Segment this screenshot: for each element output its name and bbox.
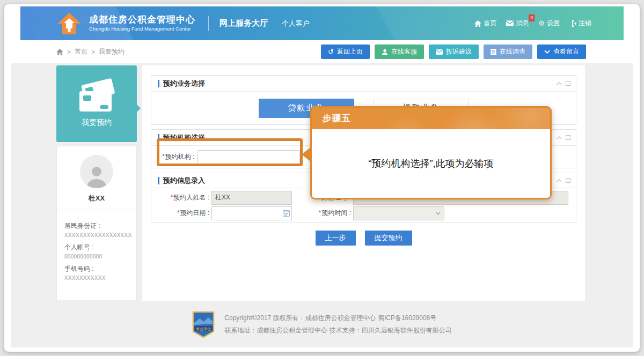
- window-icon[interactable]: [566, 178, 570, 183]
- required-marker: *: [319, 209, 321, 217]
- previous-step-button[interactable]: 上一步: [316, 231, 356, 246]
- user-menu: 首页 消息 3 ⚙ 设置 注销: [474, 19, 591, 28]
- collapse-icon[interactable]: [557, 136, 562, 139]
- required-marker: *: [177, 209, 180, 217]
- content-area: 我要预约 杜XX 居民身份证 : XXXXXXXXXXXXXXXXXX 个人帐号…: [11, 63, 633, 347]
- footer-badge-icon: 事业单位: [192, 311, 215, 338]
- panel-accent-bar: [158, 177, 159, 184]
- time-field-label: 预约时间 :: [321, 209, 351, 217]
- phone-value: XXXXXXXXXXX: [64, 275, 130, 281]
- date-field-label: 预约日期 :: [180, 209, 209, 217]
- footer: 事业单位 Copyright©2017 版权所有：成都住房公积金管理中心 蜀IC…: [11, 311, 633, 338]
- panel-title: 预约业务选择: [163, 79, 557, 88]
- panel-accent-bar: [158, 80, 159, 87]
- survey-button[interactable]: 在线调查: [484, 44, 532, 59]
- contact-line: 联系地址：成都住房公积金管理中心 技术支持：四川久远银海软件股份有限公司: [224, 324, 451, 337]
- breadcrumb-home[interactable]: 首页: [75, 47, 87, 56]
- profile-fields: 居民身份证 : XXXXXXXXXXXXXXXXXX 个人帐号 : 000000…: [57, 210, 136, 281]
- back-button[interactable]: ↺ 返回上页: [321, 44, 370, 59]
- tooltip-arrow: [302, 146, 312, 162]
- gear-icon: ⚙: [538, 20, 545, 27]
- mail-icon: [506, 20, 514, 26]
- phone-label: 手机号码 :: [64, 264, 130, 273]
- collapse-icon[interactable]: [557, 81, 562, 85]
- header-divider: [208, 16, 209, 31]
- window-icon[interactable]: [566, 81, 570, 86]
- panel-accent-bar: [158, 134, 159, 142]
- home-icon: [474, 20, 481, 27]
- copyright-line: Copyright©2017 版权所有：成都住房公积金管理中心 蜀ICP备160…: [224, 312, 451, 324]
- menu-messages[interactable]: 消息 3: [506, 19, 529, 28]
- menu-settings[interactable]: ⚙ 设置: [538, 19, 560, 28]
- org-name-cn: 成都住房公积金管理中心: [89, 14, 195, 25]
- sidebar-arrow: [136, 104, 141, 113]
- account-label: 个人帐号 :: [64, 243, 130, 252]
- branch-input[interactable]: [197, 150, 299, 164]
- breadcrumb-sep: >: [67, 48, 71, 56]
- org-names: 成都住房公积金管理中心 Chengdu Housing Fund Managem…: [89, 14, 195, 32]
- person-icon: [382, 49, 388, 55]
- id-card-value: XXXXXXXXXXXXXXXXXX: [64, 232, 130, 238]
- suggestions-button[interactable]: 投诉建议: [429, 44, 479, 59]
- appointment-date-input[interactable]: [211, 206, 292, 220]
- sidebar-item-label: 我要预约: [82, 118, 112, 128]
- branch-field-label: 预约机构 :: [165, 153, 195, 160]
- select-chevron-icon: [436, 212, 441, 215]
- avatar: [80, 155, 113, 188]
- toolbar: > 首页 > 我要预约 ↺ 返回上页 在线客服 投诉建议 在线调查: [20, 40, 624, 63]
- required-marker: *: [162, 153, 165, 160]
- cards-icon: [74, 78, 119, 114]
- header-nav: 网上服务大厅 个人客户: [219, 18, 310, 28]
- required-marker: *: [171, 194, 173, 201]
- applicant-name-input: [211, 191, 292, 205]
- chevron-down-icon: [544, 50, 550, 54]
- profile-name: 杜XX: [57, 194, 136, 203]
- nav-personal-client[interactable]: 个人客户: [282, 19, 310, 28]
- online-service-button[interactable]: 在线客服: [375, 44, 424, 59]
- toolbar-buttons: ↺ 返回上页 在线客服 投诉建议 在线调查 查看留言: [321, 44, 586, 59]
- logout-icon: [569, 20, 576, 27]
- view-messages-button[interactable]: 查看留言: [537, 44, 586, 59]
- menu-logout[interactable]: 注销: [569, 19, 591, 28]
- refresh-icon: ↺: [328, 48, 334, 55]
- breadcrumb-current: 我要预约: [99, 47, 125, 56]
- breadcrumb: > 首页 > 我要预约: [56, 47, 125, 56]
- document-icon: [491, 49, 496, 55]
- breadcrumb-home-icon[interactable]: [56, 49, 63, 55]
- profile-card: 杜XX 居民身份证 : XXXXXXXXXXXXXXXXXX 个人帐号 : 00…: [56, 146, 137, 300]
- menu-home[interactable]: 首页: [474, 19, 496, 28]
- site-header: 成都住房公积金管理中心 Chengdu Housing Fund Managem…: [20, 6, 624, 40]
- tooltip-text: “预约机构选择”,此项为必输项: [369, 157, 494, 170]
- action-row: 上一步 提交预约: [142, 231, 585, 246]
- name-field-label: 预约人姓名 :: [173, 194, 209, 201]
- calendar-icon[interactable]: [283, 210, 290, 217]
- collapse-icon[interactable]: [557, 179, 562, 182]
- submit-appointment-button[interactable]: 提交预约: [365, 231, 412, 246]
- id-card-label: 居民身份证 :: [64, 221, 130, 231]
- step-tooltip: 步骤五 “预约机构选择”,此项为必输项: [310, 106, 552, 199]
- footer-badge-label: 事业单位: [196, 327, 211, 331]
- page: 成都住房公积金管理中心 Chengdu Housing Fund Managem…: [4, 4, 640, 352]
- message-count-badge: 3: [529, 14, 535, 21]
- org-name-en: Chengdu Housing Fund Management Center: [89, 26, 195, 32]
- envelope-icon: [436, 49, 443, 55]
- appointment-time-select[interactable]: [353, 206, 444, 220]
- sidebar-item-appointment[interactable]: 我要预约: [56, 65, 137, 142]
- window-icon[interactable]: [566, 135, 570, 140]
- tooltip-step-title: 步骤五: [323, 113, 352, 124]
- tooltip-header: 步骤五: [312, 108, 550, 129]
- breadcrumb-sep: >: [91, 48, 95, 56]
- logo-house-icon: [56, 12, 83, 35]
- nav-service-hall[interactable]: 网上服务大厅: [219, 18, 268, 28]
- account-value: 000000000000: [64, 254, 130, 259]
